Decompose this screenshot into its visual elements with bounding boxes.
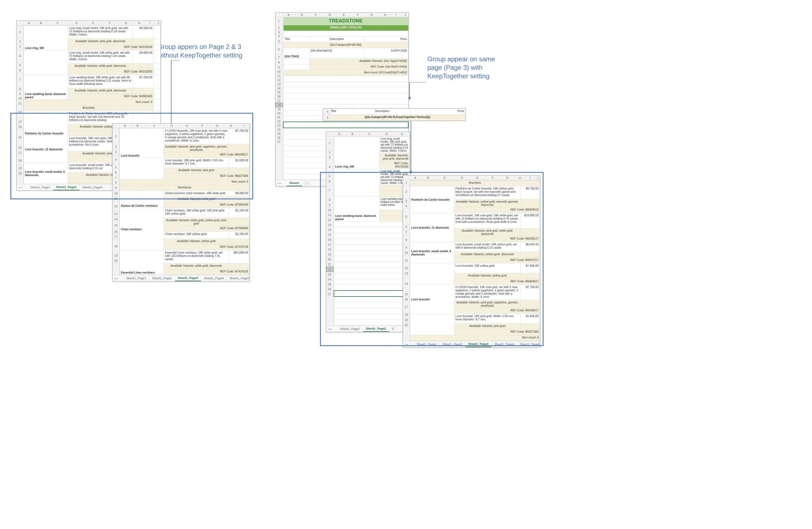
product-title[interactable]: Love bracelet	[120, 129, 164, 158]
annotation-left: Group appers on Page 2 & 3 without KeepT…	[158, 42, 243, 59]
item-count[interactable]: Item count: 9	[24, 100, 154, 105]
col-B[interactable]: B	[35, 21, 47, 25]
category-header[interactable]: Bracelets	[410, 180, 540, 186]
col-J[interactable]: J	[155, 21, 162, 25]
annotation-right: Group appear on same page (Page 3) with …	[427, 55, 495, 80]
add-sheet-button[interactable]: +	[304, 181, 310, 185]
ref-code[interactable]: REF Code: B4218200	[68, 69, 154, 75]
product-desc[interactable]: Love ring, small model, 18K white gold, …	[68, 50, 133, 63]
brand-subtitle[interactable]: JEWELLERY CATALOG	[283, 25, 408, 31]
excel-window-page3-left: A B C D E F G H I 1 2 3 4 5 6 7 8 9 10 1…	[112, 123, 250, 281]
product-title[interactable]: Panthère de Cartier bracelet	[24, 111, 68, 136]
product-desc[interactable]: Love wedding band, 18K white gold, set w…	[68, 75, 133, 88]
product-desc[interactable]: Love ring, small model, 18K pink gold, s…	[68, 26, 133, 39]
product-desc[interactable]: # LOVE# bracelet, 18K rose gold, set wit…	[164, 129, 229, 144]
product-desc[interactable]: Panthère de Cartier bracelet, 18K yellow…	[68, 111, 133, 124]
tab-nav[interactable]: ◂ ▸	[18, 186, 23, 189]
col-G[interactable]: G	[118, 21, 134, 25]
excel-window-page3-right: A B C D E F G H I J 1 2 3 4 5 6 7 8 9 10…	[403, 175, 540, 348]
sheet-tab-active[interactable]: Sheet1_Page2	[54, 184, 80, 190]
product-price[interactable]: $4,800.00	[133, 50, 154, 63]
col-E[interactable]: E	[85, 21, 102, 25]
col-F[interactable]: F	[102, 21, 118, 25]
variants[interactable]: Available Vairants: white gold, diamonds	[68, 63, 133, 69]
col-H[interactable]: H	[134, 21, 145, 25]
template-category-keeptogether[interactable]: {{ds.Category(R=A6:I9,KeepTogether=Verti…	[330, 115, 465, 121]
product-title[interactable]: Love ring, SM	[24, 26, 68, 50]
sheet-tab[interactable]: Sheet1_Page3	[79, 185, 105, 190]
brand-title[interactable]: TREADSTONE	[283, 17, 408, 25]
product-title[interactable]: Love wedding band, diamond-paved	[24, 75, 68, 100]
product-title[interactable]: Love bracelet, 12 diamonds	[24, 136, 68, 163]
ref-code[interactable]: REF Code: B4082400	[68, 94, 154, 100]
variants[interactable]: Available Vairants: white gold, diamonds	[68, 88, 133, 94]
category-header[interactable]: Bracelets	[24, 105, 154, 111]
category-header[interactable]: Necklaces	[120, 185, 250, 191]
column-headers: A B C D E F G H I J	[17, 21, 161, 26]
col-A[interactable]: A	[24, 21, 35, 25]
product-price[interactable]: $4,500.00	[133, 26, 154, 39]
col-D[interactable]: D	[68, 21, 85, 25]
sheet-tab[interactable]: Sheet1_Page1	[28, 185, 54, 190]
excel-window-page2-right: A B C D E 1 2 3 4 5 6 7 8 9 10 11 12 13 …	[326, 131, 410, 332]
product-price[interactable]: $7,100.00	[133, 75, 154, 88]
ref-code[interactable]: REF Code: B4218100	[68, 45, 154, 50]
variants[interactable]: Available Vairants: pink gold, diamonds	[68, 39, 133, 45]
product-title[interactable]: Love bracelet, small model, 6 diamonds	[24, 163, 68, 184]
product-price[interactable]: $7,750.00	[229, 129, 250, 144]
col-C[interactable]: C	[47, 21, 68, 25]
template-category[interactable]: {{ds.Category(R=A6:I9)}}	[283, 42, 408, 48]
col-I[interactable]: I	[145, 21, 155, 25]
